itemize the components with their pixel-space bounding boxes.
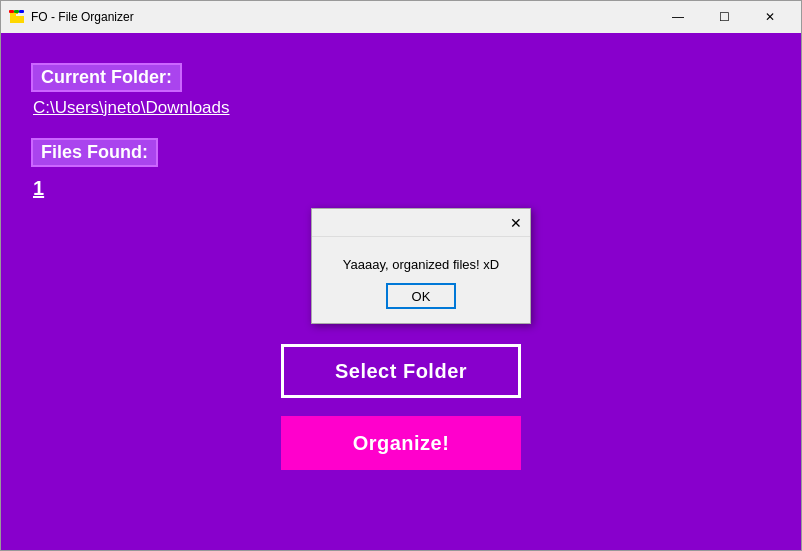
folder-path: C:\Users\jneto\Downloads <box>31 98 771 118</box>
current-folder-label-box: Current Folder: <box>31 63 182 92</box>
files-found-value: 1 <box>31 177 771 200</box>
svg-rect-4 <box>14 10 19 13</box>
dialog-body: Yaaaay, organized files! xD <box>312 237 530 283</box>
minimize-button[interactable]: — <box>655 1 701 33</box>
window-title: FO - File Organizer <box>31 10 655 24</box>
dialog-message: Yaaaay, organized files! xD <box>343 257 499 272</box>
app-content: Current Folder: C:\Users\jneto\Downloads… <box>1 33 801 550</box>
select-folder-button[interactable]: Select Folder <box>281 344 521 398</box>
buttons-area: Select Folder Organize! <box>281 344 521 470</box>
close-button[interactable]: ✕ <box>747 1 793 33</box>
dialog-footer: OK <box>312 283 530 323</box>
window-controls: — ☐ ✕ <box>655 1 793 33</box>
dialog-title-bar: ✕ <box>312 209 530 237</box>
organize-button[interactable]: Organize! <box>281 416 521 470</box>
app-window: FO - File Organizer — ☐ ✕ Current Folder… <box>0 0 802 551</box>
files-found-label-box: Files Found: <box>31 138 158 167</box>
app-icon <box>9 9 25 25</box>
svg-rect-3 <box>9 10 14 13</box>
dialog: ✕ Yaaaay, organized files! xD OK <box>311 208 531 324</box>
svg-rect-1 <box>10 16 24 23</box>
current-folder-label: Current Folder: <box>41 67 172 87</box>
maximize-button[interactable]: ☐ <box>701 1 747 33</box>
dialog-ok-button[interactable]: OK <box>386 283 456 309</box>
svg-rect-5 <box>19 10 24 13</box>
title-bar: FO - File Organizer — ☐ ✕ <box>1 1 801 33</box>
dialog-close-button[interactable]: ✕ <box>506 213 526 233</box>
files-found-label: Files Found: <box>41 142 148 162</box>
